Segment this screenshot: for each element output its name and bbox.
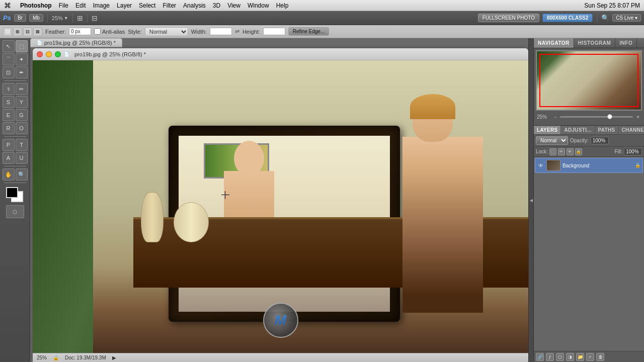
layer-bottom-toolbar: 🔗 ƒ ⬡ ◑ 📁 + 🗑: [534, 351, 644, 362]
anti-alias-checkbox[interactable]: [94, 28, 101, 35]
gradient-tool[interactable]: G: [16, 109, 28, 121]
tab-histogram[interactable]: HISTOGRAM: [574, 38, 615, 48]
tab-info[interactable]: INFO: [615, 38, 637, 48]
new-selection-icon[interactable]: ⬜: [3, 27, 12, 36]
mini-bridge-button[interactable]: Mb: [29, 14, 43, 22]
healing-brush-tool[interactable]: ⚕: [3, 83, 15, 95]
navigator-zoom-in[interactable]: ＋: [635, 113, 641, 121]
crop-tool[interactable]: ⊡: [3, 66, 15, 78]
feather-input[interactable]: [69, 28, 91, 35]
layer-thumb-inner: [547, 160, 560, 170]
layer-link-icon[interactable]: 🔗: [536, 353, 544, 361]
apple-menu[interactable]: ⌘: [4, 2, 11, 10]
lock-pixels-icon[interactable]: ✏: [558, 148, 565, 155]
minimize-button[interactable]: [46, 51, 52, 57]
swap-icon[interactable]: ⇌: [235, 28, 239, 35]
refine-edge-button[interactable]: Refine Edge...: [288, 27, 329, 36]
background-document-tab[interactable]: 📄 pro19a.jpg @ 25% (RGB/8) *: [30, 38, 122, 47]
intersect-selection-icon[interactable]: ⊠: [33, 27, 42, 36]
tab-navigator[interactable]: NAVIGATOR: [534, 38, 574, 48]
type-tool[interactable]: T: [16, 139, 28, 151]
tab-channels[interactable]: CHANNE...: [619, 126, 645, 134]
navigator-zoom-out[interactable]: －: [553, 114, 558, 121]
menu-edit[interactable]: Edit: [75, 2, 86, 9]
layer-style-icon[interactable]: ƒ: [546, 353, 554, 361]
menu-select[interactable]: Select: [139, 2, 155, 9]
left-tools-panel: ↖ ⬚ ⌒ ✦ ⊡ ✒ ⚕ ✏ S Y E G R O P: [0, 38, 30, 362]
menu-3d[interactable]: 3D: [213, 2, 220, 9]
opacity-label: Opacity:: [570, 138, 589, 143]
cs-live-button[interactable]: CS Live ▾: [612, 14, 641, 22]
move-tool[interactable]: ↖: [3, 40, 15, 52]
lock-row: Lock: ⬚ ✏ ✛ 🔒 Fill:: [534, 147, 644, 157]
menu-file[interactable]: File: [59, 2, 68, 9]
eraser-tool[interactable]: E: [3, 109, 15, 121]
subtract-selection-icon[interactable]: ⊟: [23, 27, 32, 36]
pen-tool[interactable]: P: [3, 139, 15, 151]
blend-mode-select[interactable]: Normal Multiply Screen: [536, 136, 568, 145]
menu-analysis[interactable]: Analysis: [183, 2, 206, 9]
close-button[interactable]: [37, 51, 43, 57]
height-input[interactable]: [263, 28, 285, 35]
layer-mask-icon[interactable]: ⬡: [556, 353, 564, 361]
layer-delete-icon[interactable]: 🗑: [596, 353, 604, 361]
menu-filter[interactable]: Filter: [163, 2, 176, 9]
brush-tool[interactable]: ✏: [16, 83, 28, 95]
bridge-button[interactable]: Br: [14, 14, 26, 22]
blur-tool[interactable]: R: [3, 122, 15, 134]
tab-layers[interactable]: LAYERS: [534, 126, 561, 134]
photo-canvas[interactable]: M: [33, 60, 528, 353]
zoom-tool[interactable]: 🔍: [16, 168, 28, 180]
add-selection-icon[interactable]: ⊞: [13, 27, 22, 36]
hand-tool[interactable]: ✋: [3, 168, 15, 180]
lock-all-icon[interactable]: 🔒: [575, 148, 582, 155]
anti-alias-checkbox-group[interactable]: Anti-alias: [94, 28, 125, 35]
navigator-zoom-thumb[interactable]: [607, 114, 612, 119]
dodge-tool[interactable]: O: [16, 122, 28, 134]
style-select[interactable]: Normal Fixed Ratio Fixed Size: [145, 27, 188, 36]
history-brush-tool[interactable]: Y: [16, 96, 28, 108]
search-icon[interactable]: 🔍: [601, 14, 609, 22]
canvas-area: 📄 pro19a.jpg @ 25% (RGB/8) * 📄 pro19b.jp…: [30, 38, 528, 362]
quick-mask-tool[interactable]: ⬡: [6, 205, 24, 218]
tool-row-1: ↖ ⬚: [3, 40, 28, 52]
menu-view[interactable]: View: [227, 2, 240, 9]
menu-window[interactable]: Window: [248, 2, 269, 9]
layer-new-icon[interactable]: +: [586, 353, 594, 361]
maximize-button[interactable]: [55, 51, 61, 57]
width-input[interactable]: [210, 28, 232, 35]
arrange-windows-icon[interactable]: ⊞: [77, 14, 83, 22]
zoom-control[interactable]: 25% ▼: [52, 15, 68, 21]
menu-layer[interactable]: Layer: [117, 2, 132, 9]
navigator-zoom-slider[interactable]: [560, 116, 633, 118]
fill-input[interactable]: [624, 148, 642, 155]
quick-select-tool[interactable]: ✦: [16, 53, 28, 65]
lock-position-icon[interactable]: ✛: [567, 148, 574, 155]
path-select-tool[interactable]: A: [3, 152, 15, 164]
marquee-tool[interactable]: ⬚: [16, 40, 28, 52]
lasso-tool[interactable]: ⌒: [3, 53, 15, 65]
clone-stamp-tool[interactable]: S: [3, 96, 15, 108]
layer-visibility-icon[interactable]: 👁: [537, 162, 544, 169]
navigator-section: 25% － ＋: [534, 48, 644, 126]
lock-transparent-icon[interactable]: ⬚: [549, 148, 556, 155]
menu-help[interactable]: Help: [276, 2, 289, 9]
eyedropper-tool[interactable]: ✒: [16, 66, 28, 78]
tab-adjustments[interactable]: ADJUSTI...: [561, 126, 595, 134]
layer-adjustment-icon[interactable]: ◑: [566, 353, 574, 361]
shape-tool[interactable]: U: [16, 152, 28, 164]
document-titlebar: 📄 pro19b.jpg @ 25% (RGB/8) *: [33, 48, 528, 60]
tab-paths[interactable]: PATHS: [595, 126, 619, 134]
layout-icon[interactable]: ⊟: [92, 14, 98, 22]
navigator-preview[interactable]: [536, 50, 642, 111]
app-name[interactable]: Photoshop: [20, 2, 52, 9]
foreground-color-swatch[interactable]: [6, 187, 18, 198]
layer-item-background[interactable]: 👁 Background 🔒: [535, 158, 643, 173]
menu-image[interactable]: Image: [93, 2, 110, 9]
layer-group-icon[interactable]: 📁: [576, 353, 584, 361]
doc-info-expand[interactable]: ▶: [112, 355, 116, 360]
panel-collapse-button[interactable]: ◀: [528, 38, 533, 362]
zoom-dropdown-icon[interactable]: ▼: [64, 16, 68, 21]
document-title: pro19b.jpg @ 25% (RGB/8) *: [74, 51, 146, 57]
opacity-input[interactable]: [591, 137, 609, 144]
